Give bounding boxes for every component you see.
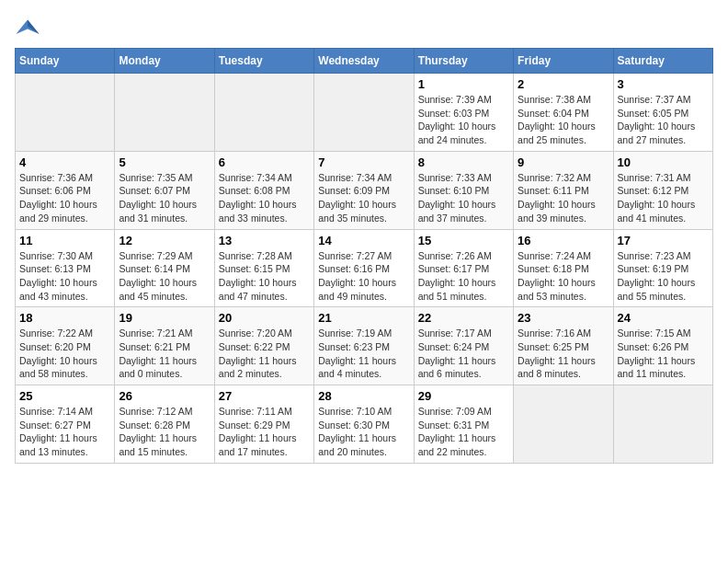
day-number: 1 [418, 77, 509, 91]
day-number: 27 [219, 389, 310, 403]
day-number: 18 [19, 311, 110, 325]
day-number: 21 [318, 311, 409, 325]
calendar-cell: 12Sunrise: 7:29 AM Sunset: 6:14 PM Dayli… [115, 229, 214, 307]
svg-marker-1 [28, 20, 40, 34]
day-info: Sunrise: 7:15 AM Sunset: 6:26 PM Dayligh… [618, 327, 709, 381]
calendar-table: SundayMondayTuesdayWednesdayThursdayFrid… [15, 48, 713, 464]
header [15, 15, 713, 40]
day-number: 16 [518, 234, 609, 247]
calendar-cell: 13Sunrise: 7:28 AM Sunset: 6:15 PM Dayli… [214, 229, 313, 307]
calendar-cell [514, 385, 613, 464]
day-of-week-header: Sunday [16, 49, 115, 74]
day-info: Sunrise: 7:17 AM Sunset: 6:24 PM Dayligh… [418, 327, 509, 381]
day-info: Sunrise: 7:33 AM Sunset: 6:10 PM Dayligh… [418, 171, 509, 225]
calendar-cell: 7Sunrise: 7:34 AM Sunset: 6:09 PM Daylig… [314, 151, 414, 229]
day-info: Sunrise: 7:19 AM Sunset: 6:23 PM Dayligh… [318, 327, 409, 381]
day-info: Sunrise: 7:12 AM Sunset: 6:28 PM Dayligh… [119, 405, 210, 459]
day-info: Sunrise: 7:29 AM Sunset: 6:14 PM Dayligh… [119, 249, 210, 304]
day-info: Sunrise: 7:38 AM Sunset: 6:04 PM Dayligh… [518, 93, 609, 147]
day-info: Sunrise: 7:16 AM Sunset: 6:25 PM Dayligh… [518, 327, 609, 381]
day-number: 15 [418, 234, 509, 247]
day-of-week-header: Saturday [613, 49, 712, 74]
day-number: 13 [219, 234, 310, 247]
calendar-cell: 21Sunrise: 7:19 AM Sunset: 6:23 PM Dayli… [314, 307, 414, 385]
calendar-cell: 15Sunrise: 7:26 AM Sunset: 6:17 PM Dayli… [414, 229, 513, 307]
calendar-cell: 28Sunrise: 7:10 AM Sunset: 6:30 PM Dayli… [314, 385, 414, 464]
calendar-cell: 26Sunrise: 7:12 AM Sunset: 6:28 PM Dayli… [115, 385, 214, 464]
calendar-cell: 23Sunrise: 7:16 AM Sunset: 6:25 PM Dayli… [514, 307, 613, 385]
day-info: Sunrise: 7:26 AM Sunset: 6:17 PM Dayligh… [418, 249, 509, 304]
day-of-week-header: Thursday [414, 49, 513, 74]
day-number: 22 [418, 311, 509, 325]
calendar-cell: 8Sunrise: 7:33 AM Sunset: 6:10 PM Daylig… [414, 151, 513, 229]
calendar-cell [613, 385, 712, 464]
day-info: Sunrise: 7:21 AM Sunset: 6:21 PM Dayligh… [119, 327, 210, 381]
calendar-cell: 16Sunrise: 7:24 AM Sunset: 6:18 PM Dayli… [514, 229, 613, 307]
logo [15, 15, 44, 40]
calendar-cell: 3Sunrise: 7:37 AM Sunset: 6:05 PM Daylig… [613, 74, 712, 152]
day-info: Sunrise: 7:35 AM Sunset: 6:07 PM Dayligh… [119, 171, 210, 225]
day-number: 25 [19, 389, 110, 403]
day-info: Sunrise: 7:36 AM Sunset: 6:06 PM Dayligh… [19, 171, 110, 225]
day-info: Sunrise: 7:22 AM Sunset: 6:20 PM Dayligh… [19, 327, 110, 381]
day-number: 11 [19, 234, 110, 247]
day-info: Sunrise: 7:37 AM Sunset: 6:05 PM Dayligh… [618, 93, 709, 147]
calendar-cell: 20Sunrise: 7:20 AM Sunset: 6:22 PM Dayli… [214, 307, 313, 385]
calendar-cell: 18Sunrise: 7:22 AM Sunset: 6:20 PM Dayli… [16, 307, 115, 385]
calendar-cell: 11Sunrise: 7:30 AM Sunset: 6:13 PM Dayli… [16, 229, 115, 307]
day-number: 28 [318, 389, 409, 403]
day-number: 17 [618, 234, 709, 247]
day-info: Sunrise: 7:28 AM Sunset: 6:15 PM Dayligh… [219, 249, 310, 304]
calendar-cell: 1Sunrise: 7:39 AM Sunset: 6:03 PM Daylig… [414, 74, 513, 152]
day-info: Sunrise: 7:23 AM Sunset: 6:19 PM Dayligh… [618, 249, 709, 304]
day-number: 12 [119, 234, 210, 247]
day-info: Sunrise: 7:30 AM Sunset: 6:13 PM Dayligh… [19, 249, 110, 304]
calendar-cell: 19Sunrise: 7:21 AM Sunset: 6:21 PM Dayli… [115, 307, 214, 385]
calendar-cell [214, 74, 313, 152]
day-info: Sunrise: 7:09 AM Sunset: 6:31 PM Dayligh… [418, 405, 509, 459]
calendar-cell [16, 74, 115, 152]
calendar-cell: 14Sunrise: 7:27 AM Sunset: 6:16 PM Dayli… [314, 229, 414, 307]
day-number: 7 [318, 155, 409, 169]
day-info: Sunrise: 7:34 AM Sunset: 6:09 PM Dayligh… [318, 171, 409, 225]
calendar-cell: 9Sunrise: 7:32 AM Sunset: 6:11 PM Daylig… [514, 151, 613, 229]
calendar-body: 1Sunrise: 7:39 AM Sunset: 6:03 PM Daylig… [16, 74, 713, 464]
calendar-cell: 2Sunrise: 7:38 AM Sunset: 6:04 PM Daylig… [514, 74, 613, 152]
day-info: Sunrise: 7:24 AM Sunset: 6:18 PM Dayligh… [518, 249, 609, 304]
calendar-cell: 5Sunrise: 7:35 AM Sunset: 6:07 PM Daylig… [115, 151, 214, 229]
day-number: 5 [119, 155, 210, 169]
day-number: 2 [518, 77, 609, 91]
calendar-week-row: 11Sunrise: 7:30 AM Sunset: 6:13 PM Dayli… [16, 229, 713, 307]
day-number: 24 [618, 311, 709, 325]
calendar-cell: 6Sunrise: 7:34 AM Sunset: 6:08 PM Daylig… [214, 151, 313, 229]
day-number: 23 [518, 311, 609, 325]
day-info: Sunrise: 7:34 AM Sunset: 6:08 PM Dayligh… [219, 171, 310, 225]
day-number: 14 [318, 234, 409, 247]
calendar-week-row: 18Sunrise: 7:22 AM Sunset: 6:20 PM Dayli… [16, 307, 713, 385]
calendar-cell: 29Sunrise: 7:09 AM Sunset: 6:31 PM Dayli… [414, 385, 513, 464]
day-info: Sunrise: 7:20 AM Sunset: 6:22 PM Dayligh… [219, 327, 310, 381]
day-number: 4 [19, 155, 110, 169]
day-info: Sunrise: 7:14 AM Sunset: 6:27 PM Dayligh… [19, 405, 110, 459]
calendar-week-row: 25Sunrise: 7:14 AM Sunset: 6:27 PM Dayli… [16, 385, 713, 464]
day-info: Sunrise: 7:31 AM Sunset: 6:12 PM Dayligh… [618, 171, 709, 225]
calendar-cell: 27Sunrise: 7:11 AM Sunset: 6:29 PM Dayli… [214, 385, 313, 464]
day-info: Sunrise: 7:27 AM Sunset: 6:16 PM Dayligh… [318, 249, 409, 304]
day-of-week-header: Monday [115, 49, 214, 74]
day-number: 3 [618, 77, 709, 91]
day-number: 29 [418, 389, 509, 403]
day-number: 6 [219, 155, 310, 169]
days-of-week-row: SundayMondayTuesdayWednesdayThursdayFrid… [16, 49, 713, 74]
calendar-cell: 17Sunrise: 7:23 AM Sunset: 6:19 PM Dayli… [613, 229, 712, 307]
day-number: 19 [119, 311, 210, 325]
day-number: 20 [219, 311, 310, 325]
calendar-cell: 25Sunrise: 7:14 AM Sunset: 6:27 PM Dayli… [16, 385, 115, 464]
calendar-cell [314, 74, 414, 152]
day-number: 8 [418, 155, 509, 169]
day-number: 10 [618, 155, 709, 169]
calendar-cell: 10Sunrise: 7:31 AM Sunset: 6:12 PM Dayli… [613, 151, 712, 229]
day-number: 26 [119, 389, 210, 403]
calendar-week-row: 4Sunrise: 7:36 AM Sunset: 6:06 PM Daylig… [16, 151, 713, 229]
day-info: Sunrise: 7:10 AM Sunset: 6:30 PM Dayligh… [318, 405, 409, 459]
day-info: Sunrise: 7:11 AM Sunset: 6:29 PM Dayligh… [219, 405, 310, 459]
